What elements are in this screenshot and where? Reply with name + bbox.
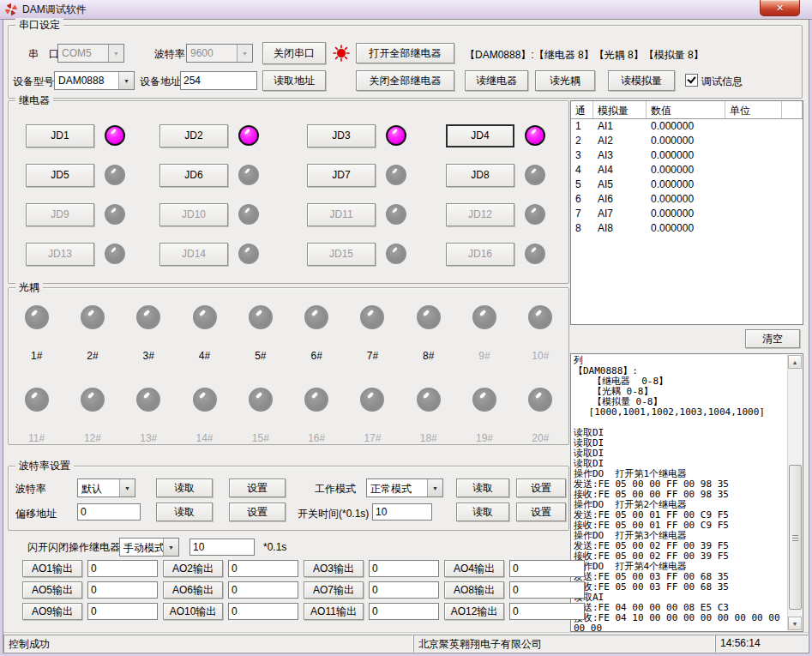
analog-output-input[interactable]	[87, 603, 158, 620]
analog-output-button[interactable]: AO6输出	[163, 581, 223, 599]
relay-button[interactable]: JD6	[159, 164, 228, 187]
serial-port-combobox[interactable]: COM5 ▼	[57, 44, 124, 63]
title-bar[interactable]: DAM调试软件 ✕	[0, 0, 812, 20]
log-output-box[interactable]: 列 【DAM0888】: 【继电器 0-8】 【光耦 0-8】 【模拟量 0-8…	[570, 353, 803, 632]
relay-indicator-led	[238, 125, 259, 146]
chevron-down-icon[interactable]: ▼	[163, 539, 178, 556]
relay-button[interactable]: JD13	[26, 243, 94, 266]
cell-channel: 7	[571, 207, 593, 221]
flash-mode-combobox[interactable]: 手动模式 ▼	[119, 538, 179, 557]
analog-output-button[interactable]: AO2输出	[163, 560, 223, 577]
baud-read-button[interactable]: 读取	[156, 478, 213, 497]
table-row[interactable]: 2 AI2 0.000000	[571, 134, 803, 148]
scrollbar-thumb[interactable]	[789, 465, 802, 610]
table-row[interactable]: 5 AI5 0.000000	[571, 178, 803, 192]
chevron-down-icon[interactable]: ▼	[237, 45, 252, 62]
relay-button[interactable]: JD12	[446, 203, 514, 226]
work-mode-combobox[interactable]: 正常模式 ▼	[366, 478, 443, 497]
table-row[interactable]: 6 AI6 0.000000	[571, 192, 803, 207]
chevron-down-icon[interactable]: ▼	[108, 45, 123, 62]
read-opto-button[interactable]: 读光耦	[535, 70, 595, 91]
close-serial-port-button[interactable]: 关闭串口	[262, 42, 326, 64]
cell-channel: 1	[571, 119, 593, 134]
analog-output-button[interactable]: AO3输出	[304, 560, 364, 577]
relay-button[interactable]: JD8	[446, 164, 514, 187]
relay-button[interactable]: JD10	[159, 203, 228, 226]
switch-time-read-button[interactable]: 读取	[456, 503, 509, 521]
analog-output-cell: AO8输出	[444, 581, 590, 599]
table-row[interactable]: 8 AI8 0.000000	[571, 221, 803, 236]
relay-cell: JD5	[26, 163, 159, 187]
offset-read-button[interactable]: 读取	[156, 503, 213, 521]
analog-output-button[interactable]: AO12输出	[444, 603, 504, 620]
relay-button[interactable]: JD3	[307, 124, 376, 147]
relay-button[interactable]: JD2	[159, 124, 228, 147]
opto-cell: 6#	[289, 305, 345, 362]
offset-set-button[interactable]: 设置	[229, 503, 286, 521]
relay-button[interactable]: JD7	[307, 164, 376, 187]
work-mode-set-button[interactable]: 设置	[516, 478, 566, 497]
relay-cell: JD11	[307, 202, 446, 226]
baud-rate-combobox[interactable]: 9600 ▼	[186, 44, 253, 63]
clear-log-button[interactable]: 清空	[745, 329, 800, 348]
analog-output-input[interactable]	[369, 603, 439, 620]
close-all-relays-button[interactable]: 关闭全部继电器	[356, 70, 454, 91]
device-address-input[interactable]	[180, 71, 257, 90]
read-relays-button[interactable]: 读继电器	[465, 70, 528, 91]
scroll-up-icon[interactable]: ▲	[788, 355, 802, 369]
open-all-relays-button[interactable]: 打开全部继电器	[356, 43, 454, 63]
analog-output-input[interactable]	[228, 560, 298, 577]
log-scrollbar[interactable]: ▲ ▼	[787, 355, 802, 630]
analog-output-button[interactable]: AO11输出	[304, 603, 364, 620]
analog-output-input[interactable]	[509, 603, 585, 620]
chevron-down-icon[interactable]: ▼	[427, 479, 442, 497]
analog-output-input[interactable]	[369, 581, 439, 599]
relay-cell: JD15	[307, 242, 446, 266]
switch-time-set-button[interactable]: 设置	[516, 503, 566, 521]
close-button[interactable]: ✕	[760, 0, 800, 16]
relay-button[interactable]: JD9	[26, 203, 94, 226]
read-analog-button[interactable]: 读模拟量	[608, 70, 675, 91]
scroll-down-icon[interactable]: ▼	[788, 617, 802, 630]
relay-button[interactable]: JD1	[26, 124, 94, 147]
flash-time-input[interactable]	[189, 539, 255, 556]
analog-output-button[interactable]: AO4输出	[444, 560, 504, 577]
opto-label: 3#	[143, 350, 154, 362]
offset-address-input[interactable]	[77, 503, 141, 521]
relay-button[interactable]: JD16	[446, 243, 514, 266]
relay-button[interactable]: JD4	[446, 124, 514, 147]
table-row[interactable]: 4 AI4 0.000000	[571, 163, 803, 178]
opto-label: 11#	[28, 432, 45, 444]
chevron-down-icon[interactable]: ▼	[119, 479, 135, 497]
switch-time-input[interactable]	[372, 503, 432, 521]
analog-output-button[interactable]: AO1输出	[22, 560, 82, 577]
relay-button[interactable]: JD14	[159, 243, 228, 266]
read-address-button[interactable]: 读取地址	[262, 70, 326, 91]
relay-button[interactable]: JD11	[307, 203, 376, 226]
relay-button[interactable]: JD5	[26, 164, 94, 187]
analog-output-button[interactable]: AO5输出	[22, 581, 82, 599]
relay-button[interactable]: JD15	[307, 243, 376, 266]
work-mode-value: 正常模式	[367, 479, 427, 497]
table-row[interactable]: 7 AI7 0.000000	[571, 207, 803, 221]
chevron-down-icon[interactable]: ▼	[118, 72, 134, 89]
analog-output-button[interactable]: AO10输出	[163, 603, 223, 620]
device-model-combobox[interactable]: DAM0888 ▼	[54, 71, 135, 90]
work-mode-label: 工作模式	[315, 482, 356, 497]
table-row[interactable]: 1 AI1 0.000000	[571, 119, 803, 134]
analog-output-input[interactable]	[509, 581, 585, 599]
analog-output-button[interactable]: AO9输出	[22, 603, 82, 620]
analog-output-input[interactable]	[228, 603, 298, 620]
analog-output-input[interactable]	[87, 581, 158, 599]
analog-output-input[interactable]	[87, 560, 158, 577]
analog-output-button[interactable]: AO8输出	[444, 581, 504, 599]
baud-setting-combobox[interactable]: 默认 ▼	[77, 478, 135, 497]
analog-output-button[interactable]: AO7输出	[304, 581, 364, 599]
work-mode-read-button[interactable]: 读取	[456, 478, 509, 497]
analog-output-input[interactable]	[369, 560, 439, 577]
debug-info-checkbox[interactable]	[685, 74, 698, 87]
analog-output-input[interactable]	[509, 560, 585, 577]
analog-output-input[interactable]	[228, 581, 298, 599]
baud-set-button[interactable]: 设置	[229, 478, 286, 497]
table-row[interactable]: 3 AI3 0.000000	[571, 148, 803, 163]
